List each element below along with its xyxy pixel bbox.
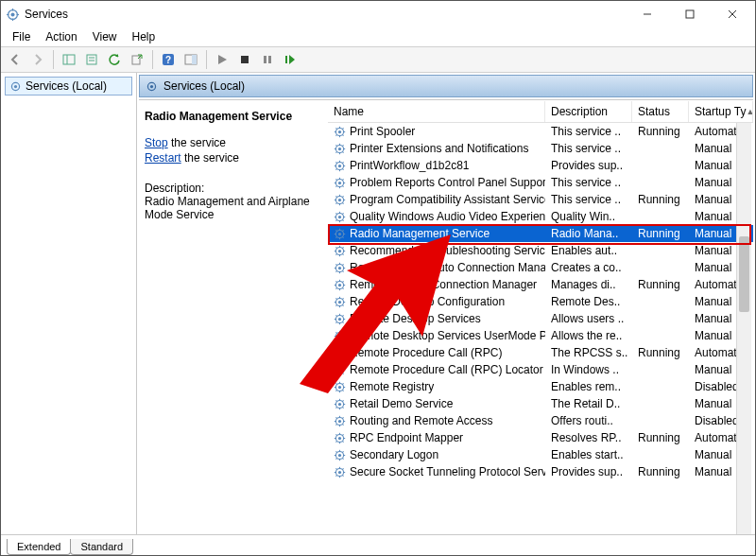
table-row[interactable]: Quality Windows Audio Video Experien..Qu… bbox=[328, 208, 753, 225]
restart-link[interactable]: Restart bbox=[145, 151, 181, 165]
svg-line-225 bbox=[342, 458, 343, 459]
scrollbar-thumb[interactable] bbox=[739, 236, 749, 312]
svg-line-234 bbox=[335, 468, 336, 469]
table-row[interactable]: Remote Desktop ConfigurationRemote Des..… bbox=[328, 293, 753, 310]
view-tabs: Extended Standard bbox=[1, 534, 755, 555]
table-row[interactable]: Remote Desktop ServicesAllows users ..Ma… bbox=[328, 310, 753, 327]
service-icon bbox=[334, 398, 346, 410]
menu-action[interactable]: Action bbox=[38, 28, 84, 45]
svg-line-56 bbox=[335, 168, 336, 169]
table-row[interactable]: Retail Demo ServiceThe Retail D..Manual bbox=[328, 395, 753, 412]
panel-header-title: Services (Local) bbox=[163, 79, 245, 93]
restart-service-button[interactable] bbox=[280, 49, 301, 70]
svg-line-105 bbox=[342, 253, 343, 254]
svg-line-37 bbox=[342, 128, 343, 129]
gear-icon bbox=[146, 80, 158, 93]
table-row[interactable]: Secondary LogonEnables start..Manual bbox=[328, 446, 753, 463]
svg-line-187 bbox=[342, 383, 343, 384]
minimize-button[interactable] bbox=[626, 1, 668, 27]
column-startup[interactable]: Startup Ty▲ bbox=[689, 101, 753, 122]
tab-standard[interactable]: Standard bbox=[70, 539, 133, 555]
column-status[interactable]: Status bbox=[632, 101, 689, 122]
pause-service-button[interactable] bbox=[257, 49, 278, 70]
column-name[interactable]: Name bbox=[328, 101, 545, 122]
service-description: Allows users .. bbox=[545, 312, 632, 325]
service-description: Offers routi.. bbox=[545, 414, 632, 427]
service-icon bbox=[334, 262, 346, 274]
tab-extended[interactable]: Extended bbox=[7, 539, 71, 555]
start-service-button[interactable] bbox=[212, 49, 232, 70]
svg-line-115 bbox=[342, 270, 343, 271]
toolbar-separator bbox=[53, 50, 54, 69]
column-description[interactable]: Description bbox=[545, 101, 632, 122]
service-icon bbox=[334, 279, 346, 291]
table-row[interactable]: Remote Procedure Call (RPC) LocatorIn Wi… bbox=[328, 361, 753, 378]
svg-point-39 bbox=[338, 147, 341, 149]
close-button[interactable] bbox=[711, 1, 753, 27]
table-row[interactable]: Program Compatibility Assistant ServiceT… bbox=[328, 191, 753, 208]
help-button[interactable]: ? bbox=[158, 49, 179, 70]
menu-view[interactable]: View bbox=[85, 28, 125, 45]
menubar: File Action View Help bbox=[1, 27, 755, 46]
service-description: This service .. bbox=[545, 125, 632, 138]
svg-line-226 bbox=[335, 458, 336, 459]
table-row[interactable]: Routing and Remote AccessOffers routi..D… bbox=[328, 412, 753, 429]
menu-file[interactable]: File bbox=[5, 28, 38, 45]
service-name: Retail Demo Service bbox=[350, 397, 453, 410]
table-row[interactable]: RPC Endpoint MapperResolves RP..RunningA… bbox=[328, 429, 753, 446]
svg-point-1 bbox=[10, 12, 14, 16]
svg-line-227 bbox=[342, 451, 343, 452]
table-row[interactable]: Remote Access Auto Connection Mana..Crea… bbox=[328, 259, 753, 276]
svg-line-85 bbox=[342, 219, 343, 220]
svg-line-127 bbox=[342, 281, 343, 282]
svg-line-126 bbox=[335, 287, 336, 288]
table-row[interactable]: Problem Reports Control Panel SupportThi… bbox=[328, 174, 753, 191]
svg-line-77 bbox=[342, 196, 343, 197]
svg-line-74 bbox=[335, 196, 336, 197]
table-row[interactable]: Remote RegistryEnables rem..Disabled bbox=[328, 378, 753, 395]
table-row[interactable]: Radio Management ServiceRadio Mana..Runn… bbox=[328, 225, 753, 242]
svg-rect-20 bbox=[241, 56, 249, 63]
svg-line-65 bbox=[342, 185, 343, 186]
service-description: Quality Win.. bbox=[545, 210, 632, 223]
svg-text:?: ? bbox=[165, 55, 171, 65]
forward-button[interactable] bbox=[27, 49, 48, 70]
vertical-scrollbar[interactable] bbox=[736, 123, 751, 534]
selected-service-title: Radio Management Service bbox=[145, 110, 322, 123]
table-row[interactable]: Print SpoolerThis service ..RunningAutom… bbox=[328, 123, 753, 140]
menu-help[interactable]: Help bbox=[125, 28, 163, 45]
svg-point-219 bbox=[338, 453, 341, 456]
svg-line-184 bbox=[335, 383, 336, 384]
svg-point-59 bbox=[338, 181, 341, 183]
show-hide-tree-button[interactable] bbox=[59, 49, 79, 70]
table-row[interactable]: Recommended Troubleshooting ServiceEnabl… bbox=[328, 242, 753, 259]
svg-line-35 bbox=[342, 134, 343, 135]
table-row[interactable]: Remote Desktop Services UserMode Po..All… bbox=[328, 327, 753, 344]
svg-line-107 bbox=[342, 247, 343, 248]
service-name: Remote Procedure Call (RPC) Locator bbox=[350, 363, 543, 376]
svg-line-137 bbox=[342, 298, 343, 299]
service-name: Recommended Troubleshooting Service bbox=[350, 244, 545, 257]
service-description: This service .. bbox=[545, 193, 632, 206]
table-row[interactable]: Remote Access Connection ManagerManages … bbox=[328, 276, 753, 293]
service-description: This service .. bbox=[545, 176, 632, 189]
service-icon bbox=[334, 211, 346, 223]
export-button[interactable] bbox=[127, 49, 147, 70]
svg-line-136 bbox=[335, 304, 336, 305]
maximize-button[interactable] bbox=[668, 1, 711, 27]
refresh-button[interactable] bbox=[104, 49, 125, 70]
back-button[interactable] bbox=[5, 49, 26, 70]
gear-icon bbox=[9, 80, 22, 93]
svg-point-139 bbox=[338, 317, 341, 320]
table-row[interactable]: Printer Extensions and NotificationsThis… bbox=[328, 140, 753, 157]
action-pane-button[interactable] bbox=[180, 49, 201, 70]
services-list: Name Description Status Startup Ty▲ Prin… bbox=[328, 100, 753, 534]
properties-button[interactable] bbox=[81, 49, 102, 70]
svg-line-135 bbox=[342, 304, 343, 305]
stop-service-button[interactable] bbox=[234, 49, 255, 70]
table-row[interactable]: Remote Procedure Call (RPC)The RPCSS s..… bbox=[328, 344, 753, 361]
table-row[interactable]: PrintWorkflow_d1b2c81Provides sup..Manua… bbox=[328, 157, 753, 174]
stop-link[interactable]: Stop bbox=[145, 136, 168, 149]
tree-item-services-local[interactable]: Services (Local) bbox=[5, 77, 132, 96]
table-row[interactable]: Secure Socket Tunneling Protocol Service… bbox=[328, 463, 753, 480]
